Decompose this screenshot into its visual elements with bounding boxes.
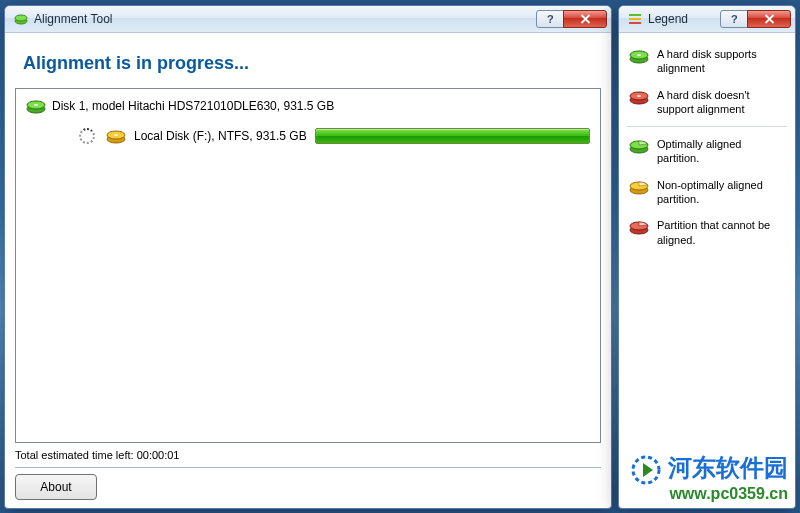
disk-label: Disk 1, model Hitachi HDS721010DLE630, 9… bbox=[52, 99, 334, 113]
legend-item-not-support: A hard disk doesn't support alignment bbox=[625, 82, 789, 123]
disk-tree: Disk 1, model Hitachi HDS721010DLE630, 9… bbox=[15, 88, 601, 443]
svg-rect-12 bbox=[629, 18, 641, 20]
legend-label: Partition that cannot be aligned. bbox=[657, 218, 785, 247]
spinner-icon bbox=[76, 125, 98, 147]
svg-point-22 bbox=[637, 95, 641, 97]
svg-point-19 bbox=[637, 54, 641, 56]
legend-title: Legend bbox=[648, 12, 721, 26]
svg-point-1 bbox=[15, 15, 27, 21]
partition-label: Local Disk (F:), NTFS, 931.5 GB bbox=[134, 129, 307, 143]
progress-bar bbox=[315, 128, 590, 144]
legend-window: Legend ? A hard disk supports alignment bbox=[618, 5, 796, 509]
close-button[interactable] bbox=[563, 10, 607, 28]
disk-green-icon bbox=[26, 97, 46, 115]
disk-green-icon bbox=[629, 47, 649, 65]
legend-item-nonoptimal: Non-optimally aligned partition. bbox=[625, 172, 789, 213]
legend-label: A hard disk doesn't support alignment bbox=[657, 88, 785, 117]
svg-point-10 bbox=[114, 134, 118, 136]
disk-row: Disk 1, model Hitachi HDS721010DLE630, 9… bbox=[26, 97, 590, 115]
svg-text:?: ? bbox=[731, 14, 738, 24]
legend-label: Non-optimally aligned partition. bbox=[657, 178, 785, 207]
legend-titlebar[interactable]: Legend ? bbox=[619, 6, 795, 33]
main-titlebar[interactable]: Alignment Tool ? bbox=[5, 6, 611, 33]
alignment-tool-window: Alignment Tool ? Alignment is in progres… bbox=[4, 5, 612, 509]
legend-item-cannot: Partition that cannot be aligned. bbox=[625, 212, 789, 253]
legend-label: A hard disk supports alignment bbox=[657, 47, 785, 76]
time-left: 00:00:01 bbox=[137, 449, 180, 461]
legend-list: A hard disk supports alignment A hard di… bbox=[625, 41, 789, 253]
separator bbox=[627, 126, 787, 127]
svg-point-7 bbox=[34, 104, 38, 106]
legend-help-button[interactable]: ? bbox=[720, 10, 748, 28]
legend-close-button[interactable] bbox=[747, 10, 791, 28]
help-button[interactable]: ? bbox=[536, 10, 564, 28]
svg-rect-11 bbox=[629, 14, 641, 16]
legend-icon bbox=[627, 11, 643, 27]
page-heading: Alignment is in progress... bbox=[23, 53, 601, 74]
partition-red-icon bbox=[629, 218, 649, 236]
disk-red-icon bbox=[629, 88, 649, 106]
about-button[interactable]: About bbox=[15, 474, 97, 500]
legend-item-supports: A hard disk supports alignment bbox=[625, 41, 789, 82]
status-line: Total estimated time left: 00:00:01 bbox=[15, 449, 601, 461]
partition-green-icon bbox=[629, 137, 649, 155]
partition-yellow-icon bbox=[629, 178, 649, 196]
svg-text:?: ? bbox=[547, 14, 554, 24]
legend-item-optimal: Optimally aligned partition. bbox=[625, 131, 789, 172]
legend-label: Optimally aligned partition. bbox=[657, 137, 785, 166]
app-icon bbox=[13, 11, 29, 27]
disk-yellow-icon bbox=[106, 127, 126, 145]
main-title: Alignment Tool bbox=[34, 12, 537, 26]
partition-row: Local Disk (F:), NTFS, 931.5 GB bbox=[76, 125, 590, 147]
svg-rect-13 bbox=[629, 22, 641, 24]
